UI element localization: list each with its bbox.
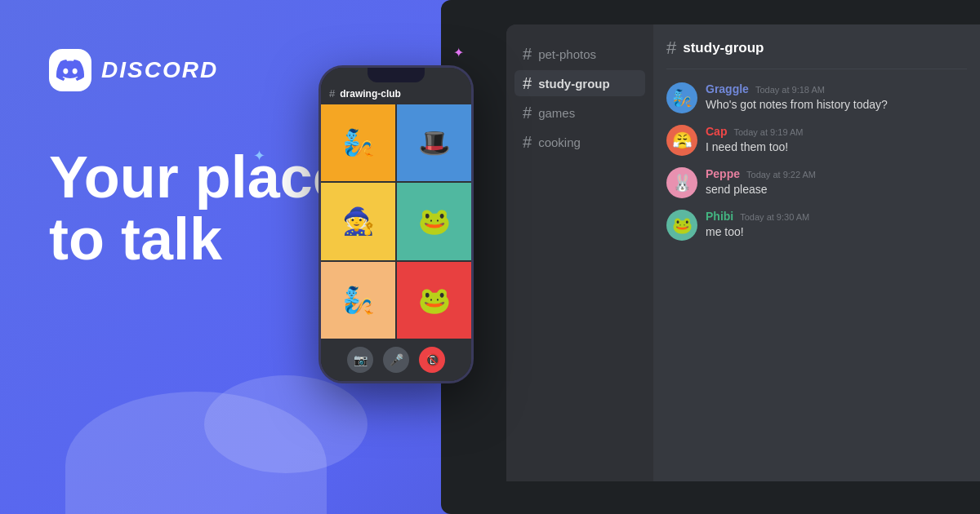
channel-item-cooking[interactable]: # cooking: [514, 129, 645, 155]
end-call-button[interactable]: 📵: [419, 347, 445, 373]
mute-button[interactable]: 🎤: [383, 347, 409, 373]
hash-icon: #: [523, 134, 532, 150]
video-grid: 🧞 🎩 🧙 🐸 🧞 🐸: [321, 104, 471, 339]
author-name-peppe: Peppe: [706, 167, 740, 180]
message-peppe: 🐰 Peppe Today at 9:22 AM send please: [666, 167, 967, 198]
channel-name-games: games: [538, 106, 575, 120]
avatar-emoji-phibi: 🐸: [672, 215, 693, 235]
avatar-graggle: 🧞: [666, 82, 697, 113]
tagline: Your place to talk: [49, 147, 345, 270]
video-cell-3: 🧙: [321, 183, 395, 259]
end-call-icon: 📵: [425, 353, 439, 366]
video-cell-6: 🐸: [397, 262, 471, 339]
message-cap: 😤 Cap Today at 9:19 AM I need them too!: [666, 125, 967, 156]
channel-item-games[interactable]: # games: [514, 100, 645, 126]
video-cell-2: 🎩: [397, 104, 471, 181]
avatar-emoji-cap: 😤: [672, 131, 693, 150]
phone-screen: # drawing-club 🧞 🎩 🧙 🐸 🧞: [321, 68, 471, 381]
chat-channel-name: study-group: [683, 40, 764, 56]
avatar-phibi: 🐸: [666, 210, 697, 241]
chat-area: # study-group 🧞 Graggle Today at 9:18 AM…: [653, 24, 980, 481]
phone-notch: [368, 68, 425, 82]
message-time-cap: Today at 9:19 AM: [733, 127, 803, 137]
avatar-emoji-peppe: 🐰: [672, 173, 693, 193]
channel-sidebar: # pet-photos # study-group # games # coo…: [506, 24, 653, 481]
video-cell-1: 🧞: [321, 104, 395, 181]
message-header-peppe: Peppe Today at 9:22 AM: [706, 167, 967, 180]
message-content-peppe: Peppe Today at 9:22 AM send please: [706, 167, 967, 198]
phone-container: # drawing-club 🧞 🎩 🧙 🐸 🧞: [318, 65, 482, 383]
video-avatar-2: 🎩: [418, 127, 451, 158]
channel-item-pet-photos[interactable]: # pet-photos: [514, 41, 645, 67]
chat-hash-icon: #: [666, 38, 676, 59]
phone-hash-icon: #: [329, 87, 335, 100]
message-header-phibi: Phibi Today at 9:30 AM: [706, 210, 967, 223]
video-button[interactable]: 📷: [347, 347, 373, 373]
message-time-peppe: Today at 9:22 AM: [746, 170, 816, 179]
video-avatar-3: 🧙: [342, 206, 375, 237]
tagline-text: Your place to talk: [49, 147, 345, 270]
phone-channel-name: drawing-club: [340, 88, 401, 100]
discord-wordmark: DISCORD: [101, 57, 218, 83]
message-phibi: 🐸 Phibi Today at 9:30 AM me too!: [666, 210, 967, 241]
video-avatar-6: 🐸: [418, 285, 451, 316]
message-text-graggle: Who's got notes from history today?: [706, 97, 967, 113]
author-name-cap: Cap: [706, 125, 727, 138]
avatar-emoji-graggle: 🧞: [672, 88, 693, 108]
mic-icon: 🎤: [390, 353, 403, 366]
phone-controls[interactable]: 📷 🎤 📵: [321, 339, 471, 381]
hash-icon: #: [523, 46, 532, 62]
channel-name-pet-photos: pet-photos: [538, 47, 596, 61]
message-time-phibi: Today at 9:30 AM: [740, 212, 809, 222]
message-header-graggle: Graggle Today at 9:18 AM: [706, 82, 967, 95]
message-content-phibi: Phibi Today at 9:30 AM me too!: [706, 210, 967, 241]
message-time-graggle: Today at 9:18 AM: [755, 85, 825, 95]
author-name-phibi: Phibi: [706, 210, 733, 223]
message-text-cap: I need them too!: [706, 140, 967, 156]
laptop-background: ✦ # pet-photos # study-group # games # c…: [441, 0, 980, 514]
cloud-decoration-2: [204, 375, 368, 473]
discord-logo: DISCORD: [49, 49, 218, 91]
video-icon: 📷: [354, 353, 368, 366]
chat-header: # study-group: [666, 38, 967, 69]
sparkle-laptop-icon: ✦: [453, 45, 464, 60]
discord-icon: [49, 49, 91, 91]
video-avatar-4: 🐸: [418, 206, 451, 237]
avatar-cap: 😤: [666, 125, 697, 156]
video-avatar-1: 🧞: [342, 127, 375, 158]
message-graggle: 🧞 Graggle Today at 9:18 AM Who's got not…: [666, 82, 967, 113]
channel-item-study-group[interactable]: # study-group: [514, 70, 645, 96]
video-cell-5: 🧞: [321, 262, 395, 339]
hash-icon: #: [523, 75, 532, 91]
message-header-cap: Cap Today at 9:19 AM: [706, 125, 967, 138]
video-cell-4: 🐸: [397, 183, 471, 259]
author-name-graggle: Graggle: [706, 82, 749, 95]
hash-icon: #: [523, 104, 532, 121]
message-text-peppe: send please: [706, 182, 967, 198]
avatar-peppe: 🐰: [666, 167, 697, 198]
laptop-screen: # pet-photos # study-group # games # coo…: [506, 24, 980, 481]
channel-name-study-group: study-group: [538, 77, 610, 91]
channel-name-cooking: cooking: [538, 135, 581, 149]
message-text-phibi: me too!: [706, 224, 967, 241]
message-content-cap: Cap Today at 9:19 AM I need them too!: [706, 125, 967, 156]
video-avatar-5: 🧞: [342, 285, 375, 316]
phone: # drawing-club 🧞 🎩 🧙 🐸 🧞: [318, 65, 474, 383]
message-content-graggle: Graggle Today at 9:18 AM Who's got notes…: [706, 82, 967, 113]
